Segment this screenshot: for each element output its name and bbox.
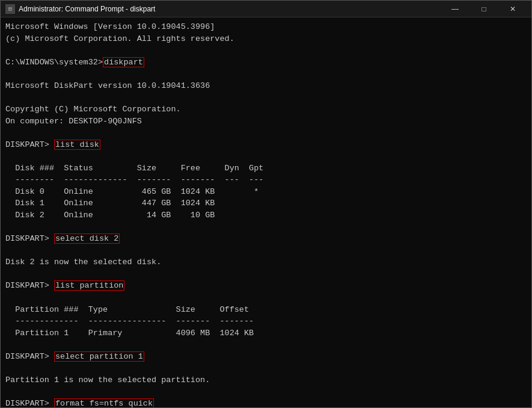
output-line: On computer: DESKTOP-9Q0JNFS — [5, 116, 527, 128]
prompt-text: C:\WINDOWS\system32> — [5, 58, 103, 67]
command-line: DISKPART> list disk — [5, 139, 527, 151]
prompt-text: DISKPART> — [5, 352, 54, 361]
output-line: Microsoft Windows [Version 10.0.19045.39… — [5, 21, 527, 33]
blank-line — [5, 150, 527, 162]
output-line: Disk ### Status Size Free Dyn Gpt — [5, 162, 527, 175]
command-text: select partition 1 — [54, 351, 144, 362]
command-line: DISKPART> select partition 1 — [5, 351, 527, 363]
title-bar: ⊞ Administrator: Command Prompt - diskpa… — [1, 1, 531, 17]
command-line: DISKPART> select disk 2 — [5, 233, 527, 245]
blank-line — [5, 362, 527, 374]
close-button[interactable]: ✕ — [499, 1, 527, 17]
output-line: (c) Microsoft Corporation. All rights re… — [5, 33, 527, 45]
blank-line — [5, 127, 527, 139]
command-line: DISKPART> format fs=ntfs quick — [5, 398, 527, 407]
blank-line — [5, 221, 527, 233]
blank-line — [5, 292, 527, 304]
title-bar-text: Administrator: Command Prompt - diskpart — [19, 5, 441, 13]
output-line: Disk 2 is now the selected disk. — [5, 256, 527, 268]
console-area[interactable]: Microsoft Windows [Version 10.0.19045.39… — [1, 17, 531, 407]
prompt-text: DISKPART> — [5, 234, 54, 243]
blank-line — [5, 245, 527, 257]
output-line: Partition 1 Primary 4096 MB 1024 KB — [5, 327, 527, 339]
blank-line — [5, 339, 527, 351]
minimize-button[interactable]: — — [441, 1, 469, 17]
title-bar-buttons: — □ ✕ — [441, 1, 527, 17]
blank-line — [5, 386, 527, 398]
command-text: list partition — [54, 280, 124, 291]
output-line: Partition ### Type Size Offset — [5, 304, 527, 316]
output-line: Disk 0 Online 465 GB 1024 KB * — [5, 186, 527, 198]
output-line: Disk 1 Online 447 GB 1024 KB — [5, 197, 527, 209]
command-text: format fs=ntfs quick — [54, 398, 154, 407]
window: ⊞ Administrator: Command Prompt - diskpa… — [0, 0, 532, 408]
blank-line — [5, 91, 527, 104]
blank-line — [5, 268, 527, 280]
command-line: DISKPART> list partition — [5, 280, 527, 292]
output-line: Copyright (C) Microsoft Corporation. — [5, 104, 527, 116]
command-text: select disk 2 — [54, 233, 120, 244]
output-line: ------------- ---------------- ------- -… — [5, 315, 527, 327]
output-line: Partition 1 is now the selected partitio… — [5, 374, 527, 386]
prompt-text: DISKPART> — [5, 399, 54, 407]
prompt-text: DISKPART> — [5, 140, 54, 149]
output-line: -------- ------------- ------- ------- -… — [5, 174, 527, 186]
command-text: list disk — [54, 140, 100, 150]
blank-line — [5, 68, 527, 80]
output-line: Microsoft DiskPart version 10.0.19041.36… — [5, 80, 527, 92]
prompt-text: DISKPART> — [5, 281, 54, 290]
output-line: Disk 2 Online 14 GB 10 GB — [5, 209, 527, 221]
command-text: diskpart — [103, 57, 144, 67]
app-icon: ⊞ — [5, 4, 15, 14]
command-line: C:\WINDOWS\system32>diskpart — [5, 57, 527, 69]
blank-line — [5, 45, 527, 57]
maximize-button[interactable]: □ — [470, 1, 498, 17]
